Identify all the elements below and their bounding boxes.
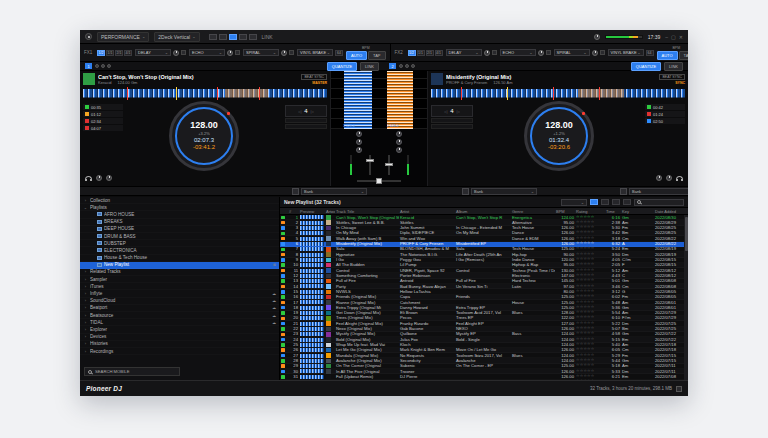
fx-knob[interactable] [592, 50, 598, 56]
deck-knob[interactable] [107, 64, 111, 68]
channel2-fader[interactable] [388, 155, 390, 175]
headphone-cue-icon[interactable] [676, 176, 683, 180]
sidebar-item[interactable]: › Explorer [80, 326, 279, 333]
headphone-cue-icon[interactable] [85, 176, 92, 180]
vertical-scrolling-waveforms[interactable]: 1 128.0 2 128.0 [331, 71, 427, 129]
deck-gain-knob[interactable] [666, 175, 672, 181]
preview-waveform[interactable] [300, 327, 324, 331]
view-dropdown[interactable]: 2Deck Vertical ⌄ [154, 32, 199, 42]
eq-hi-knob[interactable] [396, 139, 402, 145]
preview-waveform[interactable] [300, 290, 324, 294]
list-view-icon[interactable] [590, 199, 598, 205]
view-icon-2[interactable] [219, 34, 227, 40]
grid-adjust-control[interactable] [431, 124, 473, 129]
deck1-jog-wheel[interactable]: 128.00 +3.2% 02:07.3 -03:41.2 [169, 101, 239, 171]
deck-knob[interactable] [405, 64, 409, 68]
loop-half-icon[interactable]: ◁ [298, 109, 301, 114]
release-fx-select[interactable]: VINYL BRAKE⌄ [297, 49, 333, 56]
sidebar-item[interactable]: › Recordings [80, 348, 279, 355]
beat-button[interactable]: 1/2 [408, 50, 416, 56]
cue-list-item[interactable]: 00:35 [83, 104, 123, 110]
col-artist[interactable]: Artist [399, 209, 455, 214]
preview-waveform[interactable] [300, 253, 324, 257]
col-rating[interactable]: Rating [575, 209, 605, 214]
loop-beats-control[interactable]: ◁ 4 ▷ [431, 105, 473, 117]
mode-dropdown[interactable]: PERFORMANCE ⌄ [97, 32, 149, 42]
beat-button[interactable]: 1/2 [97, 50, 105, 56]
preview-waveform[interactable] [300, 369, 324, 373]
beat-button[interactable]: 2/1 [426, 50, 434, 56]
deck-link-button[interactable]: LINK [664, 62, 683, 71]
crossfader-cap[interactable] [376, 178, 382, 184]
preview-waveform[interactable] [300, 221, 324, 225]
fx-select-spiral[interactable]: SPIRAL⌄ [243, 49, 279, 56]
col-album[interactable]: Album [455, 209, 511, 214]
col-time[interactable]: Time [605, 209, 621, 214]
col-date-added[interactable]: Date Added [654, 209, 684, 214]
preview-waveform[interactable] [300, 258, 324, 262]
preview-waveform[interactable] [300, 322, 324, 326]
beat-button[interactable]: 4/1 [124, 50, 132, 56]
beat-button[interactable]: 1/1 [417, 50, 425, 56]
fx-on-button[interactable] [289, 50, 294, 55]
fx-select-delay[interactable]: DELAY⌄ [446, 49, 482, 56]
cue-list-item[interactable]: 01:24 [645, 111, 685, 117]
sidebar-item[interactable]: › Beatsource ☁ [80, 312, 279, 319]
sidebar-item[interactable]: › Inflyte ☁ [80, 290, 279, 297]
preview-waveform[interactable] [300, 332, 324, 336]
deck-link-button[interactable]: LINK [360, 62, 379, 71]
fx-knob[interactable] [281, 50, 287, 56]
sidebar-item[interactable]: ⌄ Playlists [80, 204, 279, 211]
deck-gain-knob[interactable] [96, 175, 102, 181]
cue-list-item[interactable]: 01:12 [83, 111, 123, 117]
sidebar-item[interactable]: › Beatport ☁ [80, 305, 279, 312]
fx-on-button[interactable] [546, 50, 551, 55]
beat-jump-control[interactable] [285, 118, 327, 123]
layout-toggle-icon[interactable] [676, 386, 682, 392]
col-track-title[interactable]: Track Title [335, 209, 399, 214]
deck-filter-knob[interactable] [656, 175, 662, 181]
sidebar-item[interactable]: House & Tech House [80, 255, 279, 262]
bank-select-1[interactable]: Bank⌄ [301, 188, 367, 195]
sidebar-item[interactable]: BREAKS [80, 219, 279, 226]
preview-waveform[interactable] [300, 279, 324, 283]
fx-knob[interactable] [538, 50, 544, 56]
preview-waveform[interactable] [300, 343, 324, 347]
sidebar-item[interactable]: › Devices [80, 334, 279, 341]
deck-knob[interactable] [101, 64, 105, 68]
sidebar-item[interactable]: › iTunes [80, 283, 279, 290]
bank-select-3[interactable]: Bank⌄ [629, 188, 688, 195]
channel1-fader[interactable] [369, 155, 371, 175]
preview-waveform[interactable] [300, 237, 324, 241]
col-genre[interactable]: Genre [511, 209, 555, 214]
loop-double-icon[interactable]: ▷ [457, 109, 460, 114]
crossfader[interactable] [357, 180, 401, 182]
fx-knob[interactable] [173, 50, 179, 56]
preview-waveform[interactable] [300, 242, 324, 246]
scrollbar-thumb[interactable] [685, 217, 688, 251]
export-icon[interactable] [623, 199, 631, 205]
fx-select-spiral[interactable]: SPIRAL⌄ [554, 49, 590, 56]
preview-waveform[interactable] [300, 269, 324, 273]
quantize-button[interactable]: QUANTIZE [631, 62, 661, 71]
fx-on-button[interactable] [492, 50, 497, 55]
cue-list-item[interactable]: 00:42 [645, 104, 685, 110]
beat-sync-button[interactable]: BEAT SYNC [659, 74, 685, 80]
minimize-button[interactable]: – [665, 34, 668, 40]
sidebar-item[interactable]: › SoundCloud ☁ [80, 298, 279, 305]
deck1-overview-waveform[interactable] [83, 87, 327, 100]
sidebar-item[interactable]: › Sampler [80, 276, 279, 283]
preview-waveform[interactable] [300, 226, 324, 230]
col-preview[interactable]: Preview [299, 209, 325, 214]
view-icon-4[interactable] [239, 34, 247, 40]
eq-hi-knob[interactable] [356, 139, 362, 145]
sidebar-item[interactable]: › Histories [80, 341, 279, 348]
sort-dropdown[interactable]: ⌄ [561, 199, 587, 206]
preview-waveform[interactable] [300, 364, 324, 368]
col-key[interactable]: Key [621, 209, 634, 214]
deck-knob[interactable] [399, 64, 403, 68]
fx-beat-value[interactable]: 64 [335, 50, 343, 56]
fx-knob[interactable] [227, 50, 233, 56]
preview-waveform[interactable] [300, 375, 324, 379]
deck2-jog-wheel[interactable]: 128.00 +1.2% 01:32.4 -03:20.6 [524, 101, 594, 171]
